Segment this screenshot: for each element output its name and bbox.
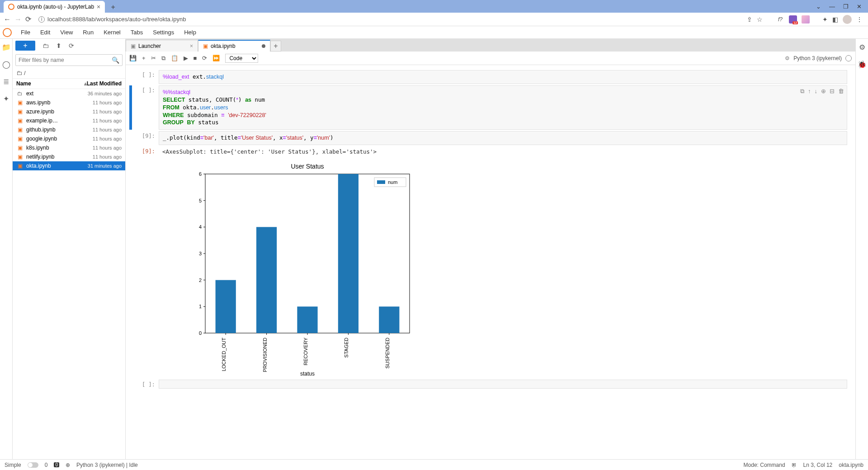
activity-folder-icon[interactable]: 📁 [1,42,12,52]
add-cell-icon[interactable]: + [142,55,146,61]
mode-label[interactable]: Mode: Command [744,462,785,468]
close-window-icon[interactable]: ✕ [857,3,862,10]
close-tab-icon[interactable]: × [97,3,100,10]
maximize-icon[interactable]: ❐ [843,3,849,10]
browser-tab-active[interactable]: okta.ipynb (auto-u) - JupyterLab × [4,1,105,13]
site-info-icon[interactable]: i [38,16,45,23]
filter-files-input[interactable]: 🔍 [15,54,123,66]
breadcrumb[interactable]: 🗀 / [13,68,125,79]
ext-paint-icon[interactable] [802,15,810,24]
duplicate-cell-icon[interactable]: ⧉ [800,87,804,95]
file-header-modified[interactable]: Last Modified [87,80,122,87]
debugger-icon[interactable]: 🐞 [857,59,868,70]
code-cell-3[interactable]: [ ]: [129,380,847,389]
cut-icon[interactable]: ✂ [151,55,156,61]
ext-f-icon[interactable]: f? [776,15,784,24]
cursor-position[interactable]: Ln 3, Col 12 [803,462,833,468]
refresh-icon[interactable]: ⟳ [69,42,74,49]
stop-icon[interactable]: ■ [193,55,197,61]
code-input[interactable]: _.plot(kind='bar', title='User Status', … [159,131,847,145]
run-all-icon[interactable]: ⏩ [212,55,220,61]
code-cell-0[interactable]: [ ]: %load_ext ext.stackql [129,70,847,84]
file-row[interactable]: ▣netlify.ipynb11 hours ago [13,152,125,161]
menu-run[interactable]: Run [78,28,98,37]
kernel-indicator-icon[interactable]: ⊕ [66,462,70,468]
bookmark-star-icon[interactable]: ☆ [757,16,763,23]
cell-type-select[interactable]: Code [225,54,258,63]
activity-running-icon[interactable]: ◯ [1,59,12,70]
kernel-name-label[interactable]: Python 3 (ipykernel) [793,55,842,61]
simple-toggle[interactable] [28,462,38,468]
paste-icon[interactable]: 📋 [171,55,178,61]
move-up-icon[interactable]: ↑ [808,87,811,95]
nav-forward-icon[interactable]: → [14,15,22,24]
delete-cell-icon[interactable]: 🗑 [838,87,844,95]
notebook-area[interactable]: [ ]: %load_ext ext.stackql [ ]: %%stackq… [126,65,855,459]
svg-rect-25 [338,174,359,333]
new-launcher-button[interactable]: + [15,41,35,51]
menu-help[interactable]: Help [179,28,201,37]
restart-icon[interactable]: ⟳ [202,55,207,61]
extensions-icon[interactable]: ✦ [822,16,828,23]
menu-settings[interactable]: Settings [148,28,179,37]
status-bar: Simple 0 0 ⊕ Python 3 (ipykernel) | Idle… [0,459,868,470]
save-icon[interactable]: 💾 [129,55,137,61]
run-icon[interactable]: ▶ [184,55,188,61]
side-panel-icon[interactable]: ◧ [832,16,838,23]
terminal-count[interactable]: 0 [45,462,48,468]
jupyterlab-menubar: File Edit View Run Kernel Tabs Settings … [0,26,868,39]
file-row[interactable]: ▣google.ipynb11 hours ago [13,134,125,143]
code-cell-1[interactable]: [ ]: %%stackql SELECT status, COUNT(*) a… [129,85,847,130]
insert-below-icon[interactable]: ⊟ [830,87,835,95]
close-tab-icon[interactable]: × [190,43,193,49]
kernel-count-badge[interactable]: 0 [54,462,59,467]
insert-above-icon[interactable]: ⊕ [821,87,826,95]
code-input[interactable]: %%stackql SELECT status, COUNT(*) as num… [159,85,847,130]
url-input[interactable]: i localhost:8888/lab/workspaces/auto-u/t… [35,14,743,25]
share-icon[interactable]: ⇪ [747,16,752,23]
ext-calendar-icon[interactable] [789,15,797,24]
menu-view[interactable]: View [56,28,77,37]
filter-files-field[interactable] [19,57,112,63]
file-row[interactable]: ▣example.ip…11 hours ago [13,116,125,125]
upload-icon[interactable]: ⬆ [56,42,61,49]
menu-tabs[interactable]: Tabs [126,28,147,37]
activity-toc-icon[interactable]: ≣ [1,76,12,87]
file-row[interactable]: ▣github.ipynb11 hours ago [13,125,125,134]
code-input[interactable] [159,380,847,389]
add-doc-tab-button[interactable]: + [270,41,281,52]
file-header-name[interactable]: Name [16,80,82,87]
code-input[interactable]: %load_ext ext.stackql [159,70,847,84]
code-cell-2[interactable]: [9]: _.plot(kind='bar', title='User Stat… [129,131,847,145]
browser-menu-icon[interactable]: ⋮ [856,16,863,23]
kernel-status-icon[interactable] [845,55,852,61]
notification-icon[interactable]: ⛨ [792,462,797,468]
doc-tab-launcher[interactable]: ▣ Launcher × [126,40,198,52]
menu-file[interactable]: File [16,28,35,37]
chevron-down-icon[interactable]: ⌄ [816,3,821,10]
file-row[interactable]: ▣azure.ipynb11 hours ago [13,107,125,116]
activity-extensions-icon[interactable]: ✦ [1,93,12,104]
kernel-switch-icon[interactable]: ⚙ [785,55,790,61]
doc-tab-notebook[interactable]: ▣ okta.ipynb [198,40,270,52]
main-area: ▣ Launcher × ▣ okta.ipynb + 💾 + ✂ ⧉ 📋 ▶ … [126,39,855,459]
file-row[interactable]: ▣aws.ipynb11 hours ago [13,98,125,107]
property-inspector-icon[interactable]: ⚙ [857,42,868,52]
nav-back-icon[interactable]: ← [4,15,11,24]
copy-icon[interactable]: ⧉ [161,55,165,62]
activity-bar-left: 📁 ◯ ≣ ✦ [0,39,13,459]
menu-edit[interactable]: Edit [36,28,55,37]
kernel-status-text[interactable]: Python 3 (ipykernel) | Idle [76,462,138,468]
avatar-icon[interactable] [843,15,852,24]
new-folder-icon[interactable]: 🗀 [42,42,49,49]
file-row[interactable]: ▣okta.ipynb31 minutes ago [13,161,125,170]
file-row[interactable]: ▣k8s.ipynb11 hours ago [13,143,125,152]
minimize-icon[interactable]: — [829,3,835,10]
nav-reload-icon[interactable]: ⟳ [25,15,31,24]
file-row[interactable]: 🗀ext36 minutes ago [13,89,125,98]
new-browser-tab-button[interactable]: + [108,2,118,13]
file-name: k8s.ipynb [26,145,90,151]
menu-kernel[interactable]: Kernel [99,28,125,37]
status-filename[interactable]: okta.ipynb [839,462,863,468]
move-down-icon[interactable]: ↓ [815,87,818,95]
